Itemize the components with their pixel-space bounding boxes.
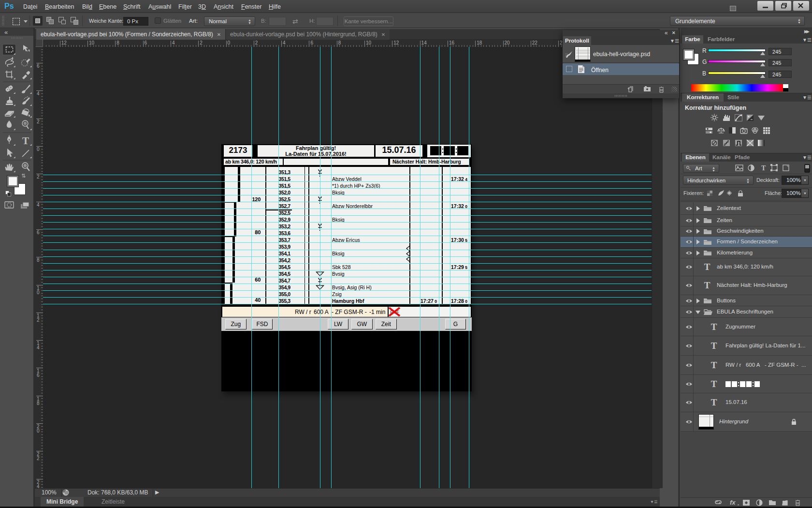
svg-text:T: T (761, 164, 766, 172)
svg-text:T: T (22, 135, 29, 147)
svg-text:fx: fx (730, 499, 736, 506)
